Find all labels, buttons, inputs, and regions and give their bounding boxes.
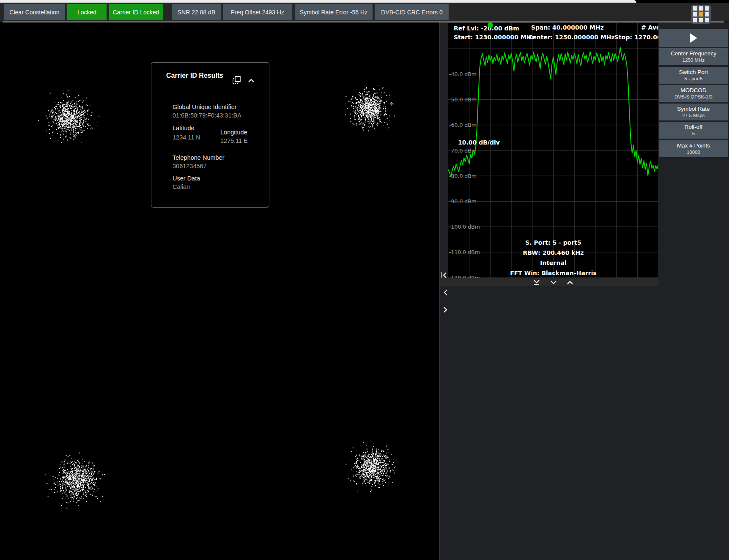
crc-errors-readout[interactable]: DVB-CID CRC Errors 0: [375, 4, 449, 20]
setting-label: Switch Port: [679, 68, 708, 76]
reference-readout: Internal: [448, 258, 658, 268]
userdata-label: User Data: [173, 175, 200, 182]
y-axis-tick-label: -40.0 dBm: [449, 71, 477, 77]
sidebar-max-points[interactable]: Max # Points 10000: [659, 140, 728, 157]
grid-cell-active: [699, 12, 703, 16]
y-axis-tick-label: -100.0 dBm: [449, 224, 480, 230]
carrier-id-locked-badge[interactable]: Carrier ID Locked: [109, 4, 163, 20]
sweep-active-indicator: [488, 22, 493, 28]
carrier-id-results-panel: Carrier ID Results Global Unique Identif…: [151, 62, 269, 208]
sidebar-switch-port[interactable]: Switch Port 5 - port5: [659, 67, 728, 84]
y-axis-tick-label: -60.0 dBm: [449, 122, 477, 128]
span-readout: Span: 40.000000 MHz: [531, 24, 604, 31]
grid-cell: [699, 18, 703, 22]
stop-freq-readout: Stop: 1270.000: [614, 34, 658, 41]
y-axis-tick-label: -80.0 dBm: [449, 173, 477, 179]
chevron-up-icon[interactable]: [567, 280, 573, 286]
panel-title: Carrier ID Results: [166, 72, 223, 79]
rbw-readout: RBW: 200.460 kHz: [448, 248, 658, 258]
window-top-edge: [0, 0, 636, 3]
longitude-value: 1275.11 E: [220, 137, 248, 144]
grid-cell: [699, 6, 703, 11]
setting-label: Roll-off: [685, 123, 703, 131]
latitude-label: Latitude: [173, 125, 195, 131]
setting-value: 5: [692, 131, 695, 137]
toolbar-separator: [3, 22, 724, 22]
ref-level-readout: Ref Lvl: -20.00 dBm: [454, 25, 519, 32]
center-freq-readout: Center: 1250.000000 MHz: [528, 34, 615, 41]
setting-label: Center Frequency: [671, 50, 716, 57]
setting-value: 10000: [687, 149, 700, 156]
y-axis-tick-label: -50.0 dBm: [449, 96, 477, 103]
grid-cell: [705, 12, 709, 16]
chevron-left-icon[interactable]: [442, 289, 448, 296]
setting-label: Max # Points: [677, 142, 710, 149]
guid-label: Global Unique Identifier: [173, 104, 237, 110]
grid-cell: [693, 18, 697, 22]
play-icon: [690, 33, 697, 43]
averages-readout: # Ave: [641, 24, 658, 31]
clear-constellation-button[interactable]: Clear Constellation: [4, 4, 65, 20]
status-toolbar: Clear Constellation Locked Carrier ID Lo…: [0, 3, 729, 22]
collapse-to-left-icon[interactable]: [441, 272, 447, 279]
start-freq-readout: Start: 1230.000000 MHz: [454, 34, 535, 41]
setting-label: MODCOD: [680, 87, 707, 94]
guid-value: 01:6B:50:79:F0:43:31:BA: [173, 112, 241, 119]
collapse-chevron-up-icon[interactable]: [248, 78, 255, 83]
sidebar-modcod[interactable]: MODCOD DVB-S QPSK-1/2: [659, 85, 728, 102]
play-button[interactable]: [659, 29, 728, 47]
db-per-div-readout: 10.00 dB/div: [458, 139, 500, 146]
spectrum-footer: S. Port: 5 - port5 RBW: 200.460 kHz Inte…: [448, 238, 658, 278]
sidebar-center-frequency[interactable]: Center Frequency 1250 MHz: [659, 48, 728, 65]
fft-window-readout: FFT Win: Blackman-Harris: [448, 268, 658, 278]
locked-status-badge[interactable]: Locked: [67, 4, 107, 20]
sidebar-symbol-rate[interactable]: Symbol Rate 27.5 Msps: [659, 104, 728, 120]
latitude-value: 1234.11 N: [173, 133, 203, 142]
symbol-rate-error-readout[interactable]: Symbol Rate Error -56 Hz: [295, 4, 373, 20]
grid-cell: [693, 6, 697, 11]
longitude-label: Longitude: [220, 129, 247, 136]
spectrum-control-band: [440, 278, 658, 286]
chevron-right-icon[interactable]: [442, 306, 448, 313]
telephone-value: 3061234567: [173, 163, 207, 169]
snr-readout[interactable]: SNR 22.88 dB: [172, 4, 221, 20]
grid-cell: [705, 6, 709, 11]
app-grid-icon[interactable]: [691, 5, 711, 24]
setting-label: Symbol Rate: [677, 105, 710, 112]
telephone-label: Telephone Number: [173, 154, 225, 161]
y-axis-tick-label: -90.0 dBm: [449, 198, 477, 205]
dock-bottom-icon[interactable]: [533, 279, 540, 285]
setting-value: 27.5 Msps: [682, 112, 704, 119]
chevron-down-icon[interactable]: [550, 280, 557, 286]
source-port-readout: S. Port: 5 - port5: [448, 238, 658, 248]
setting-value: 1250 MHz: [682, 57, 704, 63]
setting-value: 5 - port5: [685, 76, 703, 82]
app-window: -40.0 dBm-50.0 dBm-60.0 dBm-70.0 dBm-80.…: [0, 0, 729, 560]
sidebar-roll-off[interactable]: Roll-off 5: [659, 122, 728, 139]
grid-cell: [693, 12, 697, 16]
setting-value: DVB-S QPSK-1/2: [674, 94, 713, 100]
grid-cell: [705, 18, 709, 22]
freq-offset-readout[interactable]: Freq Offset 2493 Hz: [223, 4, 292, 20]
userdata-value: Calian: [173, 183, 190, 190]
copy-icon[interactable]: [232, 75, 242, 85]
